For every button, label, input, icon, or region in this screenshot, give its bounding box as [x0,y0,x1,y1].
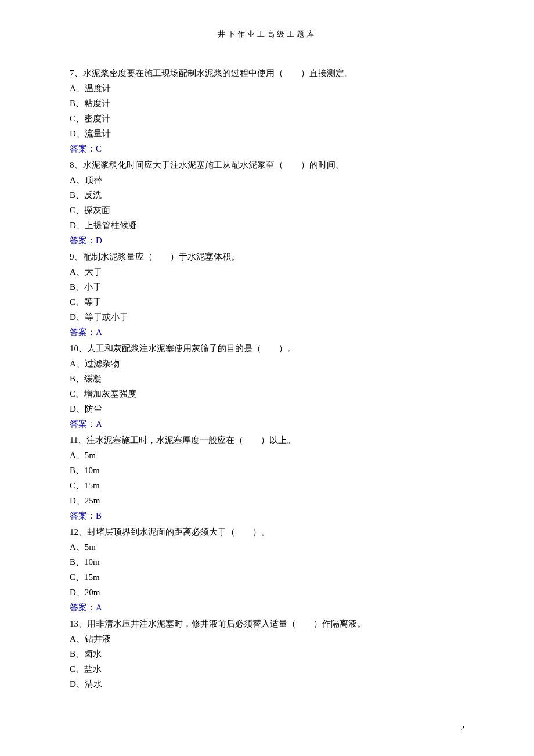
question-text: 12、封堵层顶界到水泥面的距离必须大于（ ）。 [70,524,464,539]
question-option: C、盐水 [70,661,464,676]
question-option: B、10m [70,463,464,478]
question-option: B、10m [70,555,464,570]
question-option: D、等于或小于 [70,309,464,325]
question-option: D、流量计 [70,126,464,141]
question-block: 9、配制水泥浆量应（ ）于水泥塞体积。A、大于B、小于C、等于D、等于或小于答案… [70,249,464,340]
question-option: A、钻井液 [70,631,464,646]
question-option: B、粘度计 [70,96,464,111]
question-answer: 答案：C [70,141,464,156]
question-option: C、等于 [70,294,464,309]
question-option: B、小于 [70,279,464,294]
question-text: 10、人工和灰配浆注水泥塞使用灰筛子的目的是（ ）。 [70,341,464,356]
question-option: C、探灰面 [70,203,464,218]
question-text: 7、水泥浆密度要在施工现场配制水泥浆的过程中使用（ ）直接测定。 [70,66,464,81]
question-option: A、温度计 [70,81,464,96]
page-number: 2 [461,723,465,733]
page-header-title: 井下作业工高级工题库 [70,29,464,39]
question-option: D、清水 [70,676,464,692]
question-answer: 答案：A [70,416,464,431]
question-answer: 答案：B [70,508,464,523]
question-option: B、卤水 [70,646,464,661]
header-underline [70,42,464,42]
question-option: C、15m [70,570,464,585]
question-text: 9、配制水泥浆量应（ ）于水泥塞体积。 [70,249,464,264]
question-block: 10、人工和灰配浆注水泥塞使用灰筛子的目的是（ ）。A、过滤杂物B、缓凝C、增加… [70,341,464,431]
question-block: 12、封堵层顶界到水泥面的距离必须大于（ ）。A、5mB、10mC、15mD、2… [70,524,464,615]
question-text: 8、水泥浆稠化时间应大于注水泥塞施工从配水泥浆至（ ）的时间。 [70,157,464,172]
question-answer: 答案：D [70,233,464,248]
question-text: 13、用非清水压井注水泥塞时，修井液前后必须替入适量（ ）作隔离液。 [70,616,464,631]
question-answer: 答案：A [70,600,464,615]
question-answer: 答案：A [70,325,464,340]
question-option: D、25m [70,493,464,508]
question-block: 8、水泥浆稠化时间应大于注水泥塞施工从配水泥浆至（ ）的时间。A、顶替B、反洗C… [70,157,464,248]
question-option: D、上提管柱候凝 [70,218,464,233]
question-block: 11、注水泥塞施工时，水泥塞厚度一般应在（ ）以上。A、5mB、10mC、15m… [70,433,464,523]
question-option: A、顶替 [70,172,464,188]
question-option: B、反洗 [70,188,464,203]
question-option: D、20m [70,585,464,600]
question-option: C、密度计 [70,111,464,126]
question-option: C、15m [70,478,464,493]
question-block: 7、水泥浆密度要在施工现场配制水泥浆的过程中使用（ ）直接测定。A、温度计B、粘… [70,66,464,156]
question-option: A、大于 [70,264,464,279]
question-option: A、过滤杂物 [70,356,464,371]
question-option: C、增加灰塞强度 [70,386,464,401]
question-option: B、缓凝 [70,371,464,386]
document-page: 井下作业工高级工题库 7、水泥浆密度要在施工现场配制水泥浆的过程中使用（ ）直接… [0,0,534,756]
question-text: 11、注水泥塞施工时，水泥塞厚度一般应在（ ）以上。 [70,433,464,448]
questions-container: 7、水泥浆密度要在施工现场配制水泥浆的过程中使用（ ）直接测定。A、温度计B、粘… [70,66,464,692]
question-option: D、防尘 [70,401,464,416]
question-option: A、5m [70,448,464,463]
question-block: 13、用非清水压井注水泥塞时，修井液前后必须替入适量（ ）作隔离液。A、钻井液B… [70,616,464,692]
question-option: A、5m [70,539,464,555]
